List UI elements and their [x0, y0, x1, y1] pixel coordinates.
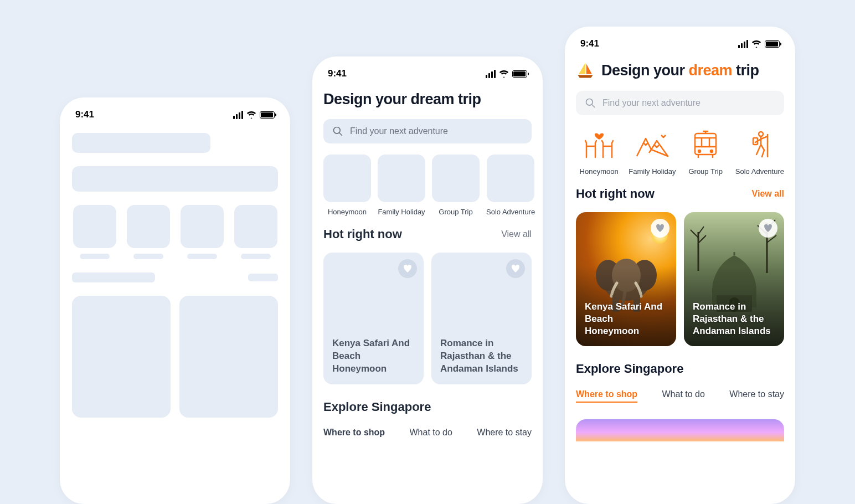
explore-card-preview[interactable] — [576, 419, 784, 441]
category-group[interactable]: Group Trip — [683, 130, 729, 176]
tab-stay[interactable]: Where to stay — [729, 389, 784, 403]
status-bar: 9:41 — [312, 56, 543, 86]
skeleton-title — [72, 133, 210, 153]
svg-line-1 — [339, 133, 342, 136]
heart-icon — [763, 223, 773, 233]
category-label: Solo Adventure — [735, 167, 784, 176]
search-input[interactable]: Find your next adventure — [576, 91, 784, 115]
favorite-button[interactable] — [759, 219, 777, 238]
wifi-icon — [246, 111, 256, 119]
search-icon — [585, 97, 596, 109]
category-label: Honeymoon — [328, 208, 367, 216]
status-time: 9:41 — [580, 38, 599, 49]
mockup-hifi: 9:41 Design your dream trip Find — [565, 27, 795, 504]
svg-rect-16 — [753, 138, 758, 145]
view-all-link[interactable]: View all — [752, 189, 784, 199]
category-icon-placeholder — [323, 155, 371, 202]
category-label: Family Holiday — [378, 208, 425, 216]
svg-line-3 — [592, 105, 595, 107]
view-all-link[interactable]: View all — [501, 229, 532, 239]
battery-icon — [260, 111, 275, 119]
tab-do[interactable]: What to do — [662, 389, 705, 403]
category-label: Solo Adventure — [486, 208, 535, 216]
category-label: Group Trip — [688, 167, 722, 176]
category-icon-placeholder — [378, 155, 425, 202]
section-title-hot: Hot right now — [576, 187, 655, 201]
skeleton-categories — [72, 205, 278, 259]
hiker-icon — [748, 130, 772, 160]
page-title: Design your dream trip — [601, 62, 759, 79]
search-placeholder: Find your next adventure — [350, 126, 448, 136]
category-solo[interactable]: Solo Adventure — [486, 155, 535, 216]
status-icons — [486, 70, 527, 78]
search-input[interactable]: Find your next adventure — [323, 119, 532, 143]
hot-card-kenya[interactable]: Kenya Safari And Beach Honeymoon — [576, 212, 676, 346]
status-icons — [233, 111, 275, 119]
category-label: Group Trip — [439, 208, 472, 216]
category-icon-placeholder — [487, 155, 534, 202]
search-icon — [332, 126, 343, 137]
heart-icon — [655, 223, 665, 233]
favorite-button[interactable] — [651, 219, 669, 238]
skeleton-cards — [72, 296, 278, 418]
category-solo[interactable]: Solo Adventure — [735, 130, 784, 176]
hot-card[interactable]: Kenya Safari And Beach Honeymoon — [323, 253, 424, 384]
svg-point-9 — [698, 150, 701, 152]
category-honeymoon[interactable]: Honeymoon — [576, 130, 622, 176]
favorite-button[interactable] — [398, 259, 417, 278]
hot-card-rajasthan[interactable]: Romance in Rajasthan & the Andaman Islan… — [684, 212, 784, 346]
status-time: 9:41 — [75, 109, 94, 120]
tab-shop[interactable]: Where to shop — [323, 428, 385, 438]
mockup-midfi: 9:41 Design your dream trip Find your ne… — [312, 56, 543, 504]
category-family[interactable]: Family Holiday — [378, 155, 425, 216]
card-title: Kenya Safari And Beach Honeymoon — [332, 337, 415, 376]
wifi-icon — [751, 40, 761, 48]
category-label: Family Holiday — [629, 167, 676, 176]
tab-stay[interactable]: Where to stay — [477, 428, 532, 438]
bus-icon — [692, 130, 719, 160]
status-bar: 9:41 — [565, 27, 795, 56]
hot-card[interactable]: Romance in Rajasthan & the Andaman Islan… — [431, 253, 532, 384]
svg-point-10 — [710, 150, 713, 152]
category-family[interactable]: Family Holiday — [629, 130, 676, 176]
card-title: Romance in Rajasthan & the Andaman Islan… — [440, 337, 523, 376]
battery-icon — [765, 40, 780, 48]
mockup-lowfi: 9:41 — [60, 97, 290, 504]
section-title-hot: Hot right now — [323, 227, 402, 241]
tab-shop[interactable]: Where to shop — [576, 389, 637, 403]
page-title: Design your dream trip — [323, 91, 532, 108]
battery-icon — [512, 70, 527, 78]
section-title-explore: Explore Singapore — [323, 400, 532, 414]
card-title: Kenya Safari And Beach Honeymoon — [585, 301, 667, 337]
cellular-icon — [486, 70, 496, 78]
skeleton-search — [72, 166, 278, 192]
heart-icon — [511, 264, 521, 274]
status-bar: 9:41 — [60, 97, 290, 127]
category-group[interactable]: Group Trip — [432, 155, 480, 216]
card-title: Romance in Rajasthan & the Andaman Islan… — [693, 301, 775, 337]
tab-do[interactable]: What to do — [410, 428, 452, 438]
search-placeholder: Find your next adventure — [602, 98, 701, 108]
favorite-button[interactable] — [506, 259, 525, 278]
category-honeymoon[interactable]: Honeymoon — [323, 155, 371, 216]
category-label: Honeymoon — [580, 167, 619, 176]
mountains-icon — [635, 130, 670, 160]
status-icons — [738, 40, 780, 48]
category-icon-placeholder — [432, 155, 480, 202]
heart-icon — [403, 264, 413, 274]
sailboat-icon — [576, 61, 595, 80]
cellular-icon — [233, 111, 243, 119]
status-time: 9:41 — [328, 68, 347, 79]
skeleton-section-header — [72, 272, 278, 282]
wifi-icon — [499, 70, 509, 78]
section-title-explore: Explore Singapore — [576, 362, 784, 376]
chairs-heart-icon — [583, 130, 615, 160]
cellular-icon — [738, 40, 748, 48]
